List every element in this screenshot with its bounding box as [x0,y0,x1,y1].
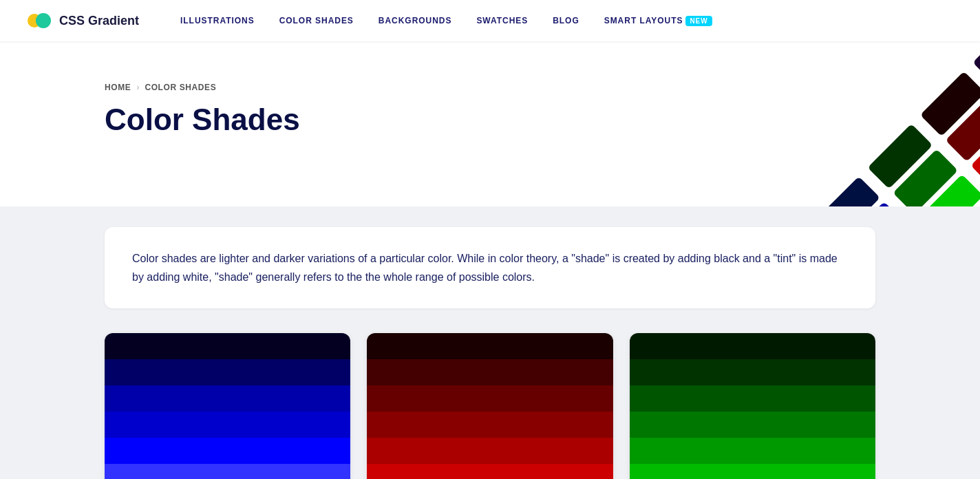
blue-shade-1 [105,333,350,359]
green-shade-3 [630,385,875,412]
swatch-col-1 [815,171,980,206]
logo-link[interactable]: CSS Gradient [28,8,139,33]
deco-swatch [946,96,980,162]
green-shade-5 [630,438,875,464]
red-shade-4 [367,412,612,438]
deco-swatch [918,174,980,206]
info-box: Color shades are lighter and darker vari… [105,227,875,308]
header: CSS Gradient ILLUSTRATIONS COLOR SHADES … [0,0,980,41]
blue-shade-3 [105,385,350,412]
deco-swatch [840,202,906,206]
deco-swatch [893,149,958,206]
red-shade-3 [367,385,612,412]
hero-section: HOME › COLOR SHADES Color Shades [0,41,980,206]
red-swatches [367,333,612,479]
deco-swatch [972,41,980,84]
color-cards-grid: Blue → Red → [105,333,875,479]
deco-swatch [944,200,980,206]
breadcrumb: HOME › COLOR SHADES [105,83,875,92]
swatch-col-3 [920,66,980,206]
main-nav: ILLUSTRATIONS COLOR SHADES BACKGROUNDS S… [180,16,712,26]
nav-backgrounds[interactable]: BACKGROUNDS [379,16,452,25]
swatch-col-4 [972,41,980,206]
blue-shade-6 [105,464,350,479]
blue-shade-5 [105,438,350,464]
red-shade-5 [367,438,612,464]
breadcrumb-home-link[interactable]: HOME [105,83,131,92]
blue-shade-2 [105,359,350,385]
deco-swatch [920,71,980,136]
nav-illustrations[interactable]: ILLUSTRATIONS [180,16,255,25]
color-card-green[interactable]: Green → [630,333,875,479]
green-shade-1 [630,333,875,359]
nav-blog[interactable]: BLOG [553,16,579,25]
green-shade-4 [630,412,875,438]
blue-swatches [105,333,350,479]
nav-color-shades[interactable]: COLOR SHADES [279,16,354,25]
logo-icon [28,8,52,33]
red-shade-1 [367,333,612,359]
nav-smart-layouts[interactable]: SMART LAYOUTS NEW [604,16,712,26]
info-description: Color shades are lighter and darker vari… [132,249,848,286]
deco-swatch [970,122,980,187]
color-card-blue[interactable]: Blue → [105,333,350,479]
color-card-red[interactable]: Red → [367,333,612,479]
breadcrumb-separator: › [136,83,139,92]
red-shade-2 [367,359,612,385]
logo-text: CSS Gradient [59,14,139,28]
logo-circle-green [36,13,51,28]
new-badge: NEW [685,16,712,26]
blue-shade-4 [105,412,350,438]
breadcrumb-current: COLOR SHADES [145,83,216,92]
main-content: Color shades are lighter and darker vari… [77,206,903,479]
nav-swatches[interactable]: SWATCHES [476,16,528,25]
hero-content: HOME › COLOR SHADES Color Shades [77,83,903,136]
green-swatches [630,333,875,479]
deco-swatch [815,176,880,206]
red-shade-6 [367,464,612,479]
green-shade-6 [630,464,875,479]
green-shade-2 [630,359,875,385]
page-title: Color Shades [105,103,875,136]
